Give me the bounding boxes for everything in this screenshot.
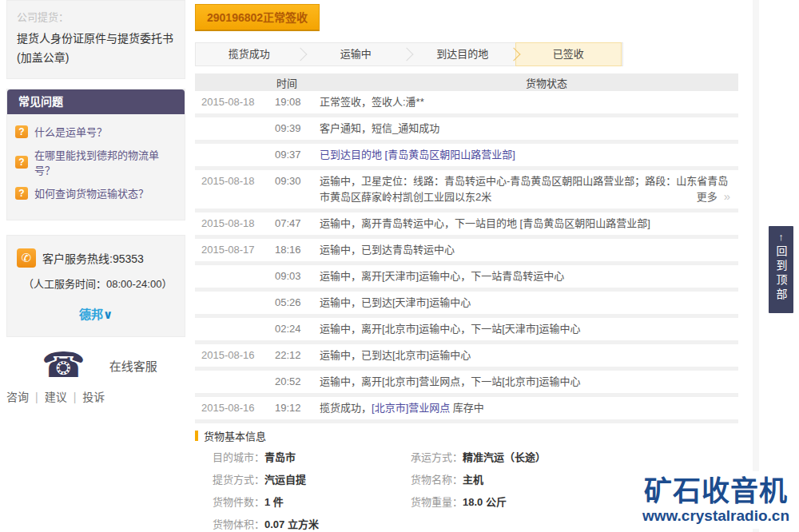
cargo-field: 货物重量：18.0 公斤 [411, 496, 546, 509]
step-1: 揽货成功 [196, 43, 303, 66]
row-status: 运输中，已到达青岛转运中心 [320, 239, 738, 261]
table-row: 02:24 运输中，离开[北京市]运输中心，下一站[天津市]运输中心 [195, 318, 738, 344]
cargo-info-title: 货物基本信息 [204, 428, 266, 443]
contact-link-2[interactable]: 建议 [45, 391, 67, 403]
more-link[interactable]: 更多» [697, 189, 730, 204]
faq-list: ?什么是运单号？?在哪里能找到德邦的物流单号？?如何查询货物运输状态？ [7, 114, 185, 212]
table-row: 09:37 已到达目的地 [青岛黄岛区朝阳山路营业部] [195, 144, 738, 170]
row-date: 2015-08-18 [195, 91, 275, 113]
separator: | [35, 391, 38, 403]
contact-link-3[interactable]: 投诉 [82, 391, 105, 403]
progress-steps: 揽货成功运输中到达目的地已签收 [195, 42, 623, 66]
location-link[interactable]: [北京市]营业网点 [372, 402, 450, 414]
cargo-field-label: 货物体积： [213, 518, 264, 530]
cargo-field: 提货方式：汽运自提 [213, 474, 411, 486]
cargo-field-value: 主机 [463, 474, 483, 486]
question-icon: ? [15, 187, 28, 200]
service-hours: （人工服务时间：08:00-24:00） [23, 276, 175, 291]
row-status: 运输中，离开[北京市]运输中心，下一站[天津市]运输中心 [320, 318, 738, 340]
row-status: 运输中，卫星定位：线路：青岛转运中心-青岛黄岛区朝阳山路营业部；路段：山东省青岛… [320, 170, 738, 208]
main-content: 290196802正常签收 揽货成功运输中到达目的地已签收 时间 货物状态 20… [195, 4, 738, 532]
row-time: 07:47 [275, 212, 320, 235]
online-service-link[interactable]: 在线客服 [109, 357, 157, 374]
question-icon: ? [15, 125, 28, 138]
status-text: 运输中，已到达[天津市]运输中心 [320, 296, 471, 308]
status-text: 客户通知，短信_通知成功 [320, 122, 439, 134]
row-time: 19:12 [275, 397, 320, 419]
row-status: 运输中，已到达[天津市]运输中心 [320, 292, 738, 314]
cargo-fields-left: 目的城市：青岛市提货方式：汽运自提货物件数：1 件货物体积：0.07 立方米 [213, 451, 411, 532]
tracking-table: 时间 货物状态 2015-08-18 19:08 正常签收，签收人:潘** 09… [195, 73, 738, 423]
cargo-field-label: 承运方式： [411, 451, 463, 463]
row-time: 22:12 [275, 344, 320, 367]
waybill-status-tag[interactable]: 290196802正常签收 [195, 4, 320, 31]
row-date [195, 371, 275, 377]
row-status: 运输中，离开青岛转运中心，下一站目的地 [青岛黄岛区朝阳山路营业部] [320, 212, 738, 235]
row-time: 09:03 [275, 265, 320, 288]
back-to-top-button[interactable]: ↑ 回到顶部 [769, 226, 793, 313]
watermark-title: 矿石收音机 [642, 476, 789, 506]
table-row: 09:03 运输中，离开[天津市]运输中心，下一站青岛转运中心 [195, 265, 738, 292]
cargo-field-value: 1 件 [264, 496, 284, 508]
cargo-field-value: 18.0 公斤 [463, 496, 507, 508]
faq-item[interactable]: ?在哪里能找到德邦的物流单号？ [15, 147, 177, 177]
row-time: 18:16 [275, 239, 320, 261]
row-status: 运输中，离开[北京市]营业网点，下一站[北京市]运输中心 [320, 371, 738, 393]
cargo-field: 目的城市：青岛市 [213, 451, 411, 464]
status-text: 揽货成功， [320, 402, 372, 414]
status-text: 运输中，已到达青岛转运中心 [320, 244, 455, 256]
yellow-accent-bar [195, 431, 198, 441]
status-text: 运输中，离开[天津市]运输中心，下一站青岛转运中心 [320, 270, 564, 282]
row-date: 2015-08-18 [195, 212, 275, 235]
row-date [195, 265, 275, 272]
cargo-field-label: 货物件数： [213, 496, 264, 508]
pickup-note-line2: (加盖公章) [17, 48, 175, 67]
service-box: ✆ 客户服务热线:95353 （人工服务时间：08:00-24:00） 德邦∨ [6, 235, 185, 337]
contact-link-1[interactable]: 咨询 [6, 391, 29, 403]
row-date: 2015-08-18 [195, 170, 275, 193]
row-status: 揽货成功，[北京市]营业网点 库存中 [320, 397, 738, 419]
table-row: 20:52 运输中，离开[北京市]营业网点，下一站[北京市]运输中心 [195, 371, 738, 397]
telephone-icon: ☎ [42, 347, 85, 383]
column-header-status: 货物状态 [379, 75, 714, 90]
faq-item[interactable]: ?如何查询货物运输状态？ [15, 185, 177, 200]
cargo-fields-right: 承运方式：精准汽运（长途）货物名称：主机货物重量：18.0 公斤 [411, 451, 546, 532]
pickup-note-label: 公司提货： [17, 9, 175, 24]
handset-icon: ✆ [17, 248, 36, 268]
faq-title: 常见问题 [7, 89, 185, 114]
hotline-text: 客户服务热线:95353 [42, 250, 144, 266]
row-status: 客户通知，短信_通知成功 [320, 117, 738, 140]
step-4: 已签收 [515, 42, 622, 66]
row-status: 已到达目的地 [青岛黄岛区朝阳山路营业部] [320, 144, 738, 166]
location-link[interactable]: 已到达目的地 [青岛黄岛区朝阳山路营业部] [320, 149, 515, 161]
row-date: 2015-08-17 [195, 239, 275, 261]
faq-item[interactable]: ?什么是运单号？ [15, 124, 177, 139]
status-text: 运输中，离开[北京市]运输中心，下一站[天津市]运输中心 [320, 323, 580, 335]
faq-item-label: 在哪里能找到德邦的物流单号？ [34, 147, 177, 177]
cargo-field: 货物体积：0.07 立方米 [213, 518, 411, 531]
status-text: 运输中，卫星定位：线路：青岛转运中心-青岛黄岛区朝阳山路营业部；路段：山东省青岛… [320, 175, 728, 203]
deppon-logo[interactable]: 德邦∨ [17, 305, 175, 322]
step-2: 运输中 [303, 43, 410, 66]
table-header-row: 时间 货物状态 [195, 73, 738, 91]
cargo-field-label: 货物重量： [411, 496, 463, 508]
status-text: 库存中 [450, 402, 484, 414]
cargo-field-value: 汽运自提 [264, 474, 306, 486]
cargo-field: 承运方式：精准汽运（长途） [411, 451, 546, 464]
site-watermark: 矿石收音机 www.crystalradio.cn [636, 471, 796, 529]
more-link-label: 更多 [697, 191, 718, 203]
separator: | [74, 391, 77, 403]
deppon-logo-text: 德邦 [79, 308, 103, 321]
row-time: 20:52 [275, 371, 320, 393]
faq-item-label: 什么是运单号？ [34, 124, 107, 139]
sidebar: 公司提货： 提货人身份证原件与提货委托书 (加盖公章) 常见问题 ?什么是运单号… [6, 0, 185, 404]
row-date: 2015-08-16 [195, 397, 275, 419]
watermark-url: www.crystalradio.cn [642, 506, 789, 526]
row-date [195, 318, 275, 324]
table-row: 2015-08-16 22:12 运输中，已到达[北京市]运输中心 [195, 344, 738, 371]
cargo-field: 货物件数：1 件 [213, 496, 411, 509]
faq-box: 常见问题 ?什么是运单号？?在哪里能找到德邦的物流单号？?如何查询货物运输状态？ [6, 89, 185, 220]
row-date [195, 144, 275, 150]
pickup-note-box: 公司提货： 提货人身份证原件与提货委托书 (加盖公章) [6, 0, 185, 79]
row-date: 2015-08-16 [195, 344, 275, 367]
